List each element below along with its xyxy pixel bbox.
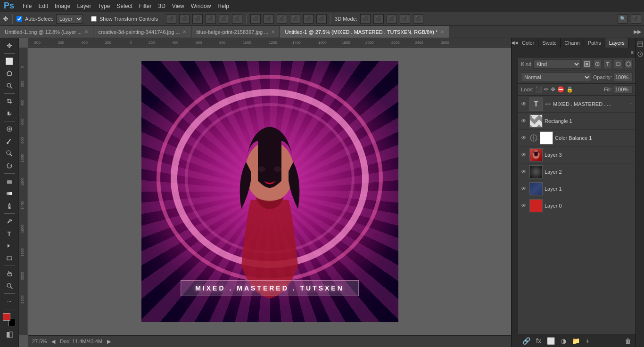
lock-all-btn[interactable]: 🔒 xyxy=(566,86,573,93)
layer-row-rectangle1[interactable]: 👁 Rectangle 1 xyxy=(518,113,636,129)
align-center-btn[interactable]: ⬛ xyxy=(179,14,190,24)
auto-select-dropdown[interactable]: Layer Group xyxy=(56,14,83,24)
layer-row-color-balance[interactable]: 👁 Color Balance 1 xyxy=(518,129,636,146)
healing-tool-btn[interactable] xyxy=(3,123,16,135)
3d-btn2[interactable]: ⬛ xyxy=(373,14,384,24)
tab-untitled1-main[interactable]: Untitled-1 @ 27.5% (MIXED . MASTERED . T… xyxy=(280,26,449,38)
align-right-btn[interactable]: ⬛ xyxy=(192,14,203,24)
layer-mask-btn[interactable]: ⬜ xyxy=(545,337,556,345)
menu-edit[interactable]: Edit xyxy=(38,3,48,9)
distribute-btn3[interactable]: ⬛ xyxy=(277,14,287,24)
align-top-btn[interactable]: ⬛ xyxy=(206,14,216,24)
tab-close[interactable]: ✕ xyxy=(84,29,88,34)
layer-row-layer3[interactable]: 👁 Layer 3 xyxy=(518,146,636,163)
layer-row-text[interactable]: 👁 T MIXED . MASTERED . ... ··· xyxy=(518,96,636,113)
panel-menu-btn[interactable]: ≡ xyxy=(629,48,636,57)
clone-tool-btn[interactable] xyxy=(3,148,16,159)
lasso-tool-btn[interactable] xyxy=(3,68,16,79)
opacity-input[interactable] xyxy=(614,73,633,82)
lock-brush-btn[interactable]: ✏ xyxy=(544,86,549,93)
tab-close[interactable]: ✕ xyxy=(440,29,444,34)
filter-pixel-btn[interactable] xyxy=(583,60,591,68)
hand-tool-btn[interactable] xyxy=(3,268,16,279)
layer-visibility-toggle[interactable]: 👁 xyxy=(520,202,528,210)
panel-strip-icon2[interactable] xyxy=(637,51,644,57)
layer-row-layer1[interactable]: 👁 Layer 1 xyxy=(518,180,636,197)
canvas-content[interactable]: MIXED . MASTERED . TUTSXEN xyxy=(28,48,511,335)
menu-file[interactable]: File xyxy=(23,3,32,9)
menu-3d[interactable]: 3D xyxy=(158,3,165,9)
tab-channels[interactable]: Chann xyxy=(561,38,584,48)
lock-pixels-btn[interactable]: ⬛ xyxy=(535,86,542,93)
filter-adjustment-btn[interactable] xyxy=(593,60,602,68)
filter-smart-btn[interactable] xyxy=(624,60,633,68)
zoom-tool-btn[interactable] xyxy=(3,280,16,291)
dodge-tool-btn[interactable] xyxy=(3,200,16,211)
filter-shape-btn[interactable] xyxy=(614,60,622,68)
panels-collapse-btn[interactable]: ▶▶ xyxy=(631,26,644,38)
layer-visibility-toggle[interactable]: 👁 xyxy=(520,117,528,125)
menu-filter[interactable]: Filter xyxy=(139,3,152,9)
distribute-btn5[interactable]: ⬛ xyxy=(303,14,314,24)
tab-creative3d[interactable]: creative-3d-painting-3441746.jpg ... ✕ xyxy=(93,26,191,38)
shape-tool-btn[interactable] xyxy=(3,252,16,264)
menu-window[interactable]: Window xyxy=(191,3,211,9)
brush-tool-btn[interactable] xyxy=(3,136,16,147)
group-layers-btn[interactable]: 📁 xyxy=(570,337,581,345)
history-brush-btn[interactable] xyxy=(3,160,16,171)
quick-mask-btn[interactable] xyxy=(3,329,16,340)
fill-input[interactable] xyxy=(614,85,633,94)
eraser-tool-btn[interactable] xyxy=(3,176,16,187)
menu-select[interactable]: Select xyxy=(116,3,132,9)
panel-strip-icon1[interactable] xyxy=(637,41,644,48)
filter-type-btn[interactable]: T xyxy=(603,60,612,68)
eyedropper-tool-btn[interactable] xyxy=(3,108,16,119)
tab-color[interactable]: Color xyxy=(518,38,538,48)
3d-btn4[interactable]: ⬛ xyxy=(400,14,410,24)
status-arrow-right[interactable]: ▶ xyxy=(107,339,111,345)
distribute-btn6[interactable]: ⬛ xyxy=(316,14,327,24)
tab-bluebeige[interactable]: blue-beige-print-2158397.jpg ... ✕ xyxy=(191,26,280,38)
tab-layers[interactable]: Layers xyxy=(605,38,629,48)
3d-btn5[interactable]: ⬛ xyxy=(413,14,423,24)
path-select-btn[interactable] xyxy=(3,240,16,251)
tab-paths[interactable]: Paths xyxy=(584,38,605,48)
layer-visibility-toggle[interactable]: 👁 xyxy=(520,185,528,193)
layer-row-layer2[interactable]: 👁 Layer 2 xyxy=(518,163,636,180)
gradient-tool-btn[interactable] xyxy=(3,188,16,199)
tab-close[interactable]: ✕ xyxy=(271,29,275,34)
marquee-tool-btn[interactable]: ⬜ xyxy=(3,56,16,67)
kind-dropdown[interactable]: Kind Name Effect xyxy=(533,59,581,69)
blend-mode-dropdown[interactable]: Normal Multiply Screen Overlay Soft Ligh… xyxy=(521,73,591,82)
3d-btn1[interactable]: ⬛ xyxy=(360,14,371,24)
tab-swatches[interactable]: Swatc xyxy=(538,38,561,48)
status-arrow[interactable]: ◀ xyxy=(51,339,55,345)
align-left-btn[interactable]: ⬛ xyxy=(166,14,176,24)
auto-select-checkbox[interactable] xyxy=(17,16,22,22)
lock-position-btn[interactable]: ✥ xyxy=(551,86,555,93)
extra-tools-btn[interactable]: ··· xyxy=(3,296,16,307)
delete-layer-btn[interactable]: 🗑 xyxy=(623,337,633,345)
layer-visibility-toggle[interactable]: 👁 xyxy=(520,100,528,108)
layer-visibility-toggle[interactable]: 👁 xyxy=(520,168,528,176)
crop-tool-btn[interactable] xyxy=(3,96,16,107)
menu-help[interactable]: Help xyxy=(217,3,229,9)
3d-btn3[interactable]: ⬛ xyxy=(387,14,397,24)
align-middle-btn[interactable]: ⬛ xyxy=(219,14,229,24)
tab-untitled1[interactable]: Untitled-1.png @ 12.8% (Layer ... ✕ xyxy=(0,26,93,38)
menu-image[interactable]: Image xyxy=(55,3,70,9)
distribute-btn2[interactable]: ⬛ xyxy=(264,14,274,24)
show-transform-checkbox[interactable] xyxy=(91,16,97,22)
menu-layer[interactable]: Layer xyxy=(77,3,91,9)
pen-tool-btn[interactable] xyxy=(3,216,16,227)
workspace-btn[interactable]: ⬛ xyxy=(631,14,641,24)
align-bottom-btn[interactable]: ⬛ xyxy=(232,14,242,24)
layer-visibility-toggle[interactable]: 👁 xyxy=(520,151,528,159)
color-swatches[interactable] xyxy=(3,313,16,326)
layer-row-layer0[interactable]: 👁 Layer 0 xyxy=(518,197,636,214)
adjustment-layer-btn[interactable]: ◑ xyxy=(559,337,568,345)
distribute-btn1[interactable]: ⬛ xyxy=(250,14,261,24)
link-layers-btn[interactable]: 🔗 xyxy=(521,337,532,345)
distribute-btn4[interactable]: ⬛ xyxy=(290,14,300,24)
search-btn[interactable]: 🔍 xyxy=(618,14,628,24)
